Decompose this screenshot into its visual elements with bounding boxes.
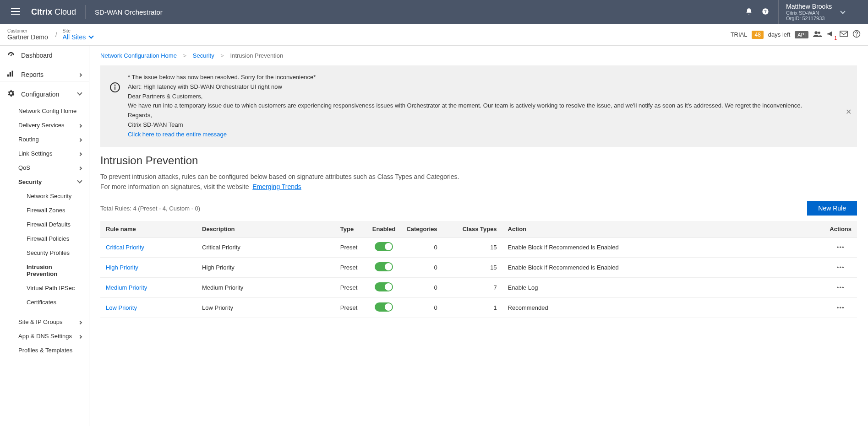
chevron-right-icon — [79, 71, 82, 78]
new-rule-button[interactable]: New Rule — [807, 201, 857, 216]
sidebar-item-firewall-policies[interactable]: Firewall Policies — [0, 232, 89, 246]
breadcrumb-sep: > — [183, 52, 187, 59]
breadcrumb-link[interactable]: Security — [193, 52, 214, 59]
sidebar-item-firewall-zones[interactable]: Firewall Zones — [0, 203, 89, 217]
rule-name-link[interactable]: High Priority — [100, 258, 197, 278]
api-badge[interactable]: API — [795, 31, 808, 38]
rule-classtypes: 15 — [443, 258, 502, 278]
sidebar-item-network-home[interactable]: Network Config Home — [0, 104, 89, 118]
rule-name-link[interactable]: Medium Priority — [100, 278, 197, 298]
rule-desc: Critical Priority — [197, 237, 335, 258]
sidebar-label: Network Config Home — [18, 108, 76, 114]
help-circle-icon[interactable] — [852, 30, 861, 39]
sidebar-item-firewall-defaults[interactable]: Firewall Defaults — [0, 217, 89, 232]
sidebar-item-link[interactable]: Link Settings — [0, 146, 89, 161]
alert-content: * The issue below has now been resolved.… — [128, 73, 802, 140]
svg-rect-12 — [7, 75, 9, 77]
chevron-down-icon — [841, 9, 846, 14]
more-actions-icon[interactable]: ••• — [837, 244, 845, 251]
enabled-toggle[interactable] — [375, 242, 393, 251]
sidebar-item-qos[interactable]: QoS — [0, 161, 89, 175]
sidebar-item-delivery[interactable]: Delivery Services — [0, 118, 89, 132]
rule-categories: 0 — [401, 258, 442, 278]
sidebar-item-profiles[interactable]: Profiles & Templates — [0, 343, 89, 357]
sidebar-item-vpath-ipsec[interactable]: Virtual Path IPSec — [0, 281, 89, 295]
main-content: Network Configuration Home > Security > … — [89, 46, 868, 426]
sidebar-item-certificates[interactable]: Certificates — [0, 295, 89, 309]
help-icon[interactable]: ? — [762, 8, 769, 16]
rules-table: Rule name Description Type Enabled Categ… — [100, 221, 857, 318]
notification-bell-icon[interactable] — [745, 8, 753, 16]
announce-icon[interactable]: 1 — [827, 30, 835, 39]
rule-classtypes: 7 — [443, 278, 502, 298]
rule-name-link[interactable]: Critical Priority — [100, 237, 197, 258]
page-description: To prevent intrusion attacks, rules can … — [89, 172, 868, 201]
more-actions-icon[interactable]: ••• — [837, 304, 845, 311]
header-divider — [85, 5, 86, 19]
sidebar-label: Site & IP Groups — [18, 318, 63, 325]
chevron-right-icon — [79, 151, 82, 157]
user-menu[interactable]: Matthew Brooks Citrix SD-WAN OrgID: 5211… — [778, 0, 861, 24]
svg-point-17 — [115, 85, 115, 86]
sidebar-label: QoS — [18, 164, 30, 171]
sidebar-label: Routing — [18, 136, 39, 143]
chevron-right-icon — [79, 165, 82, 171]
customer-value: Gartner Demo — [7, 33, 48, 41]
enabled-toggle[interactable] — [375, 262, 393, 271]
customer-selector[interactable]: Customer Gartner Demo — [7, 28, 48, 41]
sidebar-item-security-profiles[interactable]: Security Profiles — [0, 246, 89, 260]
site-label: Site — [63, 28, 93, 33]
mail-icon[interactable] — [840, 31, 848, 38]
breadcrumb-link[interactable]: Network Configuration Home — [100, 52, 177, 59]
more-actions-icon[interactable]: ••• — [837, 284, 845, 291]
rule-actions-cell: ••• — [824, 298, 857, 318]
sidebar-item-security[interactable]: Security — [0, 175, 89, 189]
table-header-row: Rule name Description Type Enabled Categ… — [100, 221, 857, 237]
col-enabled: Enabled — [367, 221, 401, 237]
sidebar-item-network-security[interactable]: Network Security — [0, 189, 89, 203]
rules-count: Total Rules: 4 (Preset - 4, Custom - 0) — [100, 205, 200, 212]
rule-action: Recommended — [502, 298, 824, 318]
user-org: OrgID: 52117933 — [786, 16, 832, 21]
more-actions-icon[interactable]: ••• — [837, 264, 845, 271]
col-type: Type — [335, 221, 367, 237]
rule-enabled-cell — [367, 298, 401, 318]
sidebar-item-intrusion[interactable]: Intrusion Prevention — [0, 260, 89, 281]
sidebar-item-site-ip[interactable]: Site & IP Groups — [0, 315, 89, 329]
hamburger-menu[interactable] — [7, 4, 24, 20]
brand-logo[interactable]: Citrix Cloud — [31, 7, 76, 17]
rule-name-link[interactable]: Low Priority — [100, 298, 197, 318]
sidebar-item-dashboard[interactable]: Dashboard — [0, 46, 89, 62]
close-icon[interactable]: ✕ — [846, 106, 852, 118]
crumb-separator: / — [55, 31, 57, 38]
alert-banner: * The issue below has now been resolved.… — [100, 65, 857, 147]
site-selector[interactable]: Site All Sites — [63, 28, 93, 41]
svg-point-5 — [814, 31, 818, 34]
rule-desc: Medium Priority — [197, 278, 335, 298]
sidebar-label: Link Settings — [18, 150, 52, 157]
sidebar-item-reports[interactable]: Reports — [0, 65, 89, 81]
emerging-trends-link[interactable]: Emerging Trends — [252, 183, 301, 190]
alert-read-more-link[interactable]: Click here to read the entire message — [128, 131, 227, 138]
rule-action: Enable Block if Recommended is Enabled — [502, 258, 824, 278]
dashboard-icon — [7, 51, 16, 59]
breadcrumb: Network Configuration Home > Security > … — [89, 46, 868, 65]
sidebar: Dashboard Reports Configuration Network … — [0, 46, 89, 426]
table-row: Critical PriorityCritical PriorityPreset… — [100, 237, 857, 258]
trial-label: TRIAL — [731, 31, 748, 38]
table-row: Low PriorityLow PriorityPreset01Recommen… — [100, 298, 857, 318]
sidebar-item-configuration[interactable]: Configuration — [0, 84, 89, 104]
users-icon[interactable] — [813, 30, 822, 39]
rule-classtypes: 1 — [443, 298, 502, 318]
chevron-right-icon — [79, 136, 82, 143]
sidebar-item-app-dns[interactable]: App & DNS Settings — [0, 329, 89, 343]
svg-text:?: ? — [764, 9, 767, 14]
svg-rect-7 — [840, 31, 848, 37]
sidebar-label: App & DNS Settings — [18, 333, 72, 340]
info-icon — [109, 82, 120, 96]
user-product: Citrix SD-WAN — [786, 10, 832, 16]
enabled-toggle[interactable] — [375, 302, 393, 312]
svg-line-11 — [11, 54, 12, 56]
sidebar-item-routing[interactable]: Routing — [0, 132, 89, 146]
enabled-toggle[interactable] — [375, 282, 393, 291]
